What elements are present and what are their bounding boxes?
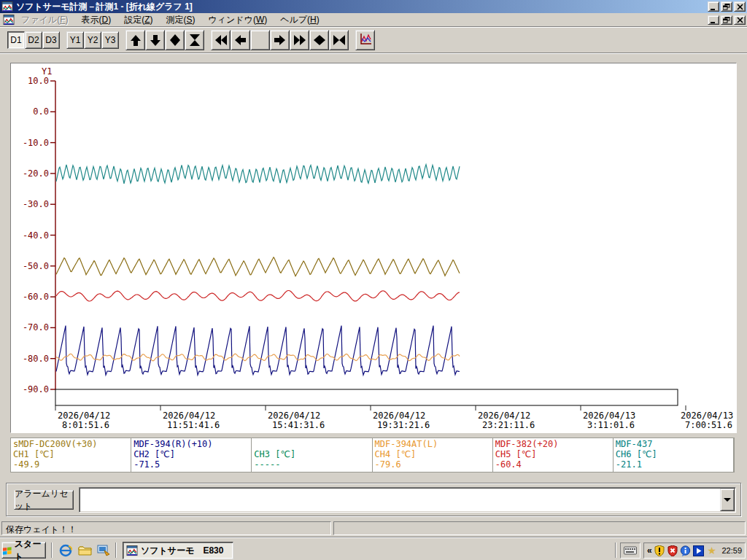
keyboard-icon[interactable] — [624, 546, 637, 555]
taskbar-divider — [51, 542, 53, 558]
x-tick-time: 8:01:51.6 — [58, 421, 110, 430]
mdi-close-button[interactable] — [734, 15, 746, 25]
toolbar-button-stop[interactable] — [250, 30, 270, 50]
clock[interactable]: 22:59 — [721, 546, 742, 555]
desktop: ソフトサーモ計測－計測1 - [折れ線グラフ 1] ファイル(F)表示(D)設定… — [0, 0, 747, 560]
menu-S[interactable]: 測定(S) — [159, 12, 201, 28]
security-alert-icon[interactable] — [667, 545, 678, 556]
toolbar-button-expand-vertical[interactable] — [165, 30, 185, 50]
taskbar: スタート ソフトサーモ E830 — [0, 537, 747, 560]
minimize-button[interactable] — [708, 1, 719, 12]
toolbar-button-graph-settings[interactable] — [355, 30, 375, 50]
x-tick-label: 2026/04/1211:51:41.6 — [163, 411, 220, 430]
series-ch4 — [56, 354, 460, 361]
app-icon — [1, 1, 13, 12]
alarm-combobox-value[interactable] — [80, 488, 719, 512]
x-tick-time: 3:11:01.6 — [583, 421, 635, 430]
toolbar-button-d1[interactable]: D1 — [7, 31, 25, 49]
toolbar-button-step-forward[interactable] — [270, 30, 290, 50]
menu-H[interactable]: ヘルプ(H) — [274, 12, 326, 28]
toolbar-button-d2[interactable]: D2 — [25, 31, 42, 49]
x-tick-label: 2026/04/1215:41:31.6 — [268, 411, 325, 430]
alarm-combobox-dropdown-button[interactable] — [720, 489, 735, 511]
show-desktop-icon[interactable] — [96, 543, 111, 558]
x-tick-time: 11:51:41.6 — [163, 421, 220, 430]
legend-channel-5: MDF-382(+20)CH5 [℃]-60.4 — [493, 438, 614, 472]
menu-D[interactable]: 表示(D) — [74, 12, 117, 28]
x-tick-label: 2026/04/1223:21:11.6 — [478, 411, 535, 430]
app-icon — [126, 545, 138, 556]
channel-label: CH3 [℃] — [254, 449, 369, 459]
keyboard-tray-section — [620, 542, 640, 559]
info-balloon-icon[interactable] — [680, 545, 692, 556]
toolbar-button-d3[interactable]: D3 — [42, 31, 60, 49]
channel-value: -79.6 — [375, 459, 490, 470]
toolbar-button-step-back[interactable] — [231, 30, 250, 50]
toolbar-button-jump-start[interactable] — [211, 30, 231, 50]
channel-label: CH2 [℃] — [133, 449, 249, 459]
channel-label: CH4 [℃] — [375, 449, 490, 459]
scroll-up-icon — [131, 35, 141, 46]
x-tick-time: 23:21:11.6 — [478, 421, 535, 430]
internet-explorer-icon[interactable] — [58, 543, 73, 558]
series-ch6 — [56, 165, 460, 184]
mdi-child-icon[interactable] — [3, 15, 15, 26]
restore-button[interactable] — [721, 1, 732, 12]
series-ch2 — [56, 326, 460, 376]
start-button-label: スタート — [15, 538, 45, 560]
status-message: 保存ウェイト！！ — [1, 521, 331, 535]
title-bar: ソフトサーモ計測－計測1 - [折れ線グラフ 1] — [0, 0, 747, 13]
channel-value: -21.1 — [616, 459, 731, 470]
security-warning-icon[interactable] — [654, 545, 665, 556]
mdi-minimize-button[interactable] — [708, 15, 719, 25]
channel-label: CH1 [℃] — [13, 449, 128, 459]
alarm-reset-button[interactable]: アラームリセット — [14, 490, 74, 510]
menu-Z[interactable]: 設定(Z) — [117, 12, 159, 28]
toolbar-button-scroll-down[interactable] — [145, 30, 165, 50]
close-button[interactable] — [734, 1, 746, 12]
toolbar: D1D2D3Y1Y2Y3 — [0, 28, 747, 53]
taskbar-divider — [115, 542, 117, 558]
toolbar-button-expand-horizontal[interactable] — [309, 30, 329, 50]
legend-channel-1: sMDF-DC200V(+30)CH1 [℃]-49.9 — [11, 438, 131, 472]
menu-W[interactable]: ウィンドウ(W) — [202, 12, 274, 28]
media-play-icon[interactable] — [693, 545, 705, 556]
step-back-icon — [235, 35, 246, 45]
menu-F: ファイル(F) — [15, 12, 74, 28]
alarm-combobox[interactable] — [79, 487, 736, 513]
star-icon[interactable]: ★ — [706, 545, 718, 556]
menu-items: ファイル(F)表示(D)設定(Z)測定(S)ウィンドウ(W)ヘルプ(H) — [15, 12, 326, 28]
scroll-down-icon — [150, 35, 160, 46]
channel-label: CH5 [℃] — [495, 449, 611, 459]
sensor-name: MDF-437 — [616, 439, 731, 449]
toolbar-button-y3[interactable]: Y3 — [101, 31, 119, 49]
menu-bar: ファイル(F)表示(D)設定(Z)測定(S)ウィンドウ(W)ヘルプ(H) — [0, 13, 747, 27]
sensor-name: MDF-382(+20) — [495, 439, 611, 449]
start-button[interactable]: スタート — [1, 542, 46, 559]
x-tick-time: 7:00:51.6 — [681, 421, 733, 430]
toolbar-button-y2[interactable]: Y2 — [84, 31, 101, 49]
toolbar-button-scroll-up[interactable] — [125, 30, 145, 50]
overflow-chevron-icon[interactable]: « — [647, 545, 652, 556]
x-tick-time: 15:41:31.6 — [268, 421, 325, 430]
toolbar-button-jump-end[interactable] — [290, 30, 309, 50]
sensor-name: MDF-394(R)(+10) — [133, 439, 249, 449]
step-forward-icon — [274, 35, 285, 45]
x-tick-label: 2026/04/137:00:51.6 — [681, 411, 733, 430]
toolbar-button-compress-horizontal[interactable] — [329, 30, 349, 50]
channel-legend: sMDF-DC200V(+30)CH1 [℃]-49.9MDF-394(R)(+… — [10, 438, 735, 472]
jump-end-icon — [294, 35, 306, 45]
folder-icon[interactable] — [77, 543, 92, 558]
status-extra — [333, 521, 746, 535]
task-button-softthermo[interactable]: ソフトサーモ E830 — [123, 542, 233, 559]
jump-start-icon — [215, 35, 227, 45]
windows-logo-icon — [2, 545, 12, 556]
legend-channel-4: MDF-394AT(L)CH4 [℃]-79.6 — [373, 438, 493, 472]
chevron-down-icon — [724, 498, 731, 502]
toolbar-button-y1[interactable]: Y1 — [66, 31, 84, 49]
mdi-restore-button[interactable] — [721, 15, 732, 25]
x-tick-time: 19:31:21.6 — [373, 421, 430, 430]
window-title: ソフトサーモ計測－計測1 - [折れ線グラフ 1] — [16, 1, 193, 13]
x-tick-label: 2026/04/128:01:51.6 — [58, 411, 110, 430]
toolbar-button-compress-vertical[interactable] — [185, 30, 204, 50]
